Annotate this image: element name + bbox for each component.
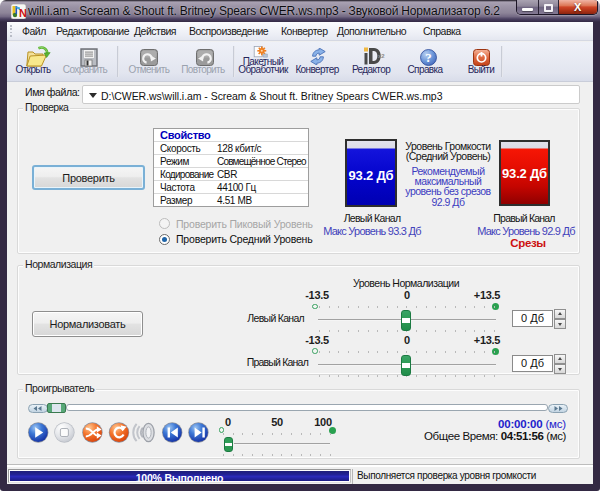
svg-text:N: N <box>19 7 26 19</box>
svg-text:x2: x2 <box>378 53 385 59</box>
svg-text:?: ? <box>425 50 432 65</box>
